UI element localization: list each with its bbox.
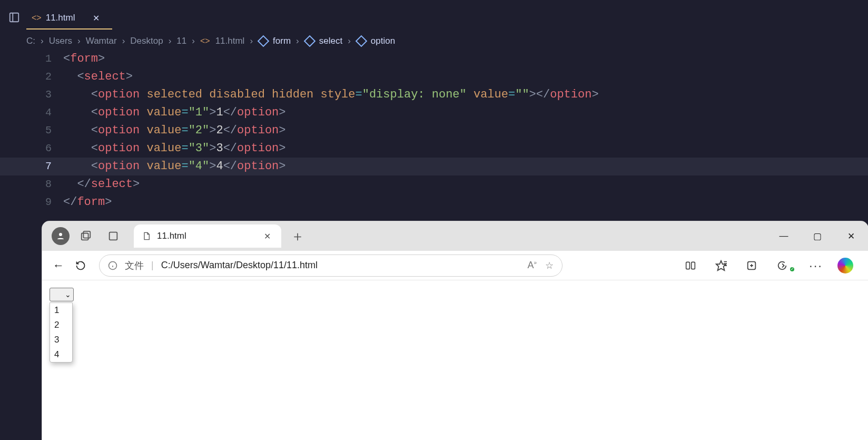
select-option[interactable]: 3 [50,333,72,347]
svg-rect-9 [692,262,695,269]
address-url: C:/Users/Wamtar/Desktop/11/11.html [161,260,318,271]
code-line[interactable]: 2 <select> [0,68,868,86]
refresh-button[interactable] [70,255,92,277]
browser-window: 11.html ✕ ＋ — ▢ ✕ ← 文件 | C:/Users/Wamtar… [42,221,868,440]
code-line[interactable]: 6 <option value="3">3</option> [0,140,868,158]
browser-toolbar: ← 文件 | C:/Users/Wamtar/Desktop/11/11.htm… [42,251,868,280]
minimize-button[interactable]: — [767,221,801,251]
profile-icon[interactable] [52,227,70,245]
svg-rect-3 [83,231,90,238]
symbol-icon [303,35,315,47]
line-number: 8 [0,175,63,193]
read-aloud-icon[interactable]: A» [527,260,537,271]
svg-point-1 [59,233,62,236]
code-line[interactable]: 5 <option value="2">2</option> [0,122,868,140]
favorites-icon[interactable] [715,260,733,271]
code-line[interactable]: 3 <option selected disabled hidden style… [0,86,868,104]
breadcrumb-desktop[interactable]: Desktop [130,36,163,46]
editor-tab-close-icon[interactable]: ✕ [90,12,103,24]
window-controls: — ▢ ✕ [767,221,868,251]
breadcrumb-node-select[interactable]: select [304,36,342,46]
svg-rect-8 [686,262,690,269]
address-bar[interactable]: 文件 | C:/Users/Wamtar/Desktop/11/11.html … [99,255,563,277]
back-button[interactable]: ← [47,255,70,277]
document-icon [142,231,151,241]
line-number: 4 [0,104,63,122]
favorite-icon[interactable]: ☆ [545,260,554,271]
code-line-current[interactable]: 7 <option value="4">4</option> [0,158,868,175]
site-info-icon[interactable] [108,261,117,270]
breadcrumb[interactable]: C:› Users› Wamtar› Desktop› 11› <> 11.ht… [26,36,395,46]
code-line[interactable]: 1 <form> [0,50,868,68]
code-line[interactable]: 4 <option value="1">1</option> [0,104,868,122]
select-dropdown[interactable]: 1 2 3 4 [50,302,73,363]
chevron-down-icon: ⌄ [65,290,71,299]
browser-tab[interactable]: 11.html ✕ [134,224,281,248]
breadcrumb-users[interactable]: Users [49,36,72,46]
address-sep: | [151,260,154,271]
line-number: 2 [0,68,63,86]
breadcrumb-node-form[interactable]: form [258,36,291,46]
code-line[interactable]: 8 </select> [0,175,868,193]
browser-titlebar: 11.html ✕ ＋ — ▢ ✕ [42,221,868,251]
line-number: 9 [0,193,63,211]
select-option[interactable]: 4 [50,347,72,362]
collections-icon[interactable] [746,260,764,271]
breadcrumb-folder[interactable]: 11 [176,36,186,46]
maximize-button[interactable]: ▢ [801,221,834,251]
line-number: 1 [0,50,63,68]
html-file-icon: <> [32,13,42,23]
breadcrumb-drive[interactable]: C: [26,36,35,46]
workspaces-icon[interactable] [75,225,97,247]
html-file-icon: <> [200,36,210,46]
editor-tab[interactable]: <> 11.html ✕ [26,7,112,30]
breadcrumb-user[interactable]: Wamtar [86,36,117,46]
symbol-icon [258,35,270,47]
browser-tab-label: 11.html [157,231,186,241]
svg-rect-0 [10,13,19,22]
tab-actions-icon[interactable] [102,225,124,247]
code-editor: <> 11.html ✕ C:› Users› Wamtar› Desktop›… [0,0,868,221]
line-number: 7 [0,158,63,175]
breadcrumb-file[interactable]: 11.html [215,36,245,46]
code-line[interactable]: 9 </form> [0,193,868,211]
editor-tab-row: <> 11.html ✕ [26,7,112,30]
line-number: 6 [0,140,63,158]
select-input[interactable]: ⌄ [50,288,74,301]
editor-tab-label: 11.html [46,13,75,23]
line-number: 3 [0,86,63,104]
more-icon[interactable]: ··· [807,258,825,273]
page-content: ⌄ 1 2 3 4 [42,280,868,370]
breadcrumb-node-option[interactable]: option [356,36,395,46]
close-window-button[interactable]: ✕ [834,221,868,251]
select-option[interactable]: 1 [50,303,72,318]
line-number: 5 [0,122,63,140]
select-option[interactable]: 2 [50,318,72,333]
layout-icon [8,12,20,23]
new-tab-button[interactable]: ＋ [291,227,304,246]
svg-rect-2 [82,233,88,240]
address-protocol: 文件 [125,259,144,272]
activity-icon [8,12,20,23]
symbol-icon [355,35,367,47]
code-area[interactable]: 1 <form> 2 <select> 3 <option selected d… [0,50,868,211]
svg-rect-4 [110,232,117,240]
browser-tab-close-icon[interactable]: ✕ [264,231,271,241]
copilot-icon[interactable] [837,258,853,273]
performance-icon[interactable]: ✓ [776,260,794,271]
toolbar-right: ✓ ··· [685,258,863,273]
split-screen-icon[interactable] [685,260,703,271]
